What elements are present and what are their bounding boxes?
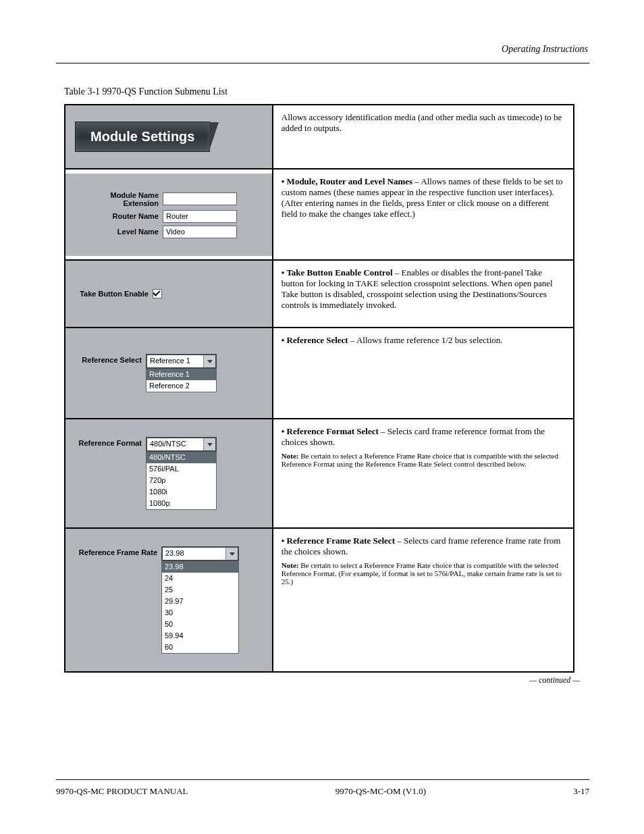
- reffmt-note: Note: Be certain to select a Reference F…: [281, 452, 565, 468]
- ref-select-option[interactable]: Reference 1: [146, 369, 216, 380]
- ref-format-option[interactable]: 576i/PAL: [146, 463, 216, 475]
- ref-rate-chevron[interactable]: [225, 548, 238, 560]
- settings-table: Module Settings Allows accessory identif…: [64, 104, 574, 673]
- take-enable-checkbox[interactable]: [153, 289, 162, 298]
- ref-format-option[interactable]: 720p: [146, 475, 216, 486]
- footer-rule: [56, 779, 589, 780]
- content-area: Table 3-1 9970-QS Function Submenu List …: [56, 81, 589, 685]
- ref-rate-option[interactable]: 24: [162, 573, 238, 584]
- names-title: Module, Router and Level Names: [287, 176, 412, 186]
- refsel-title: Reference Select: [287, 335, 348, 345]
- ref-format-dropdown[interactable]: 480i/NTSC 480i/NTSC 576i/PAL 720p 1080i …: [146, 437, 217, 510]
- ref-rate-option[interactable]: 59.94: [162, 630, 238, 642]
- level-name-label: Level Name: [75, 228, 163, 236]
- take-title: Take Button Enable Control: [286, 267, 392, 278]
- chevron-down-icon: [207, 360, 213, 363]
- router-name-input[interactable]: [163, 210, 237, 223]
- table-caption: Table 3-1 9970-QS Function Submenu List: [64, 86, 589, 97]
- ref-select-dropdown[interactable]: Reference 1 Reference 1 Reference 2: [146, 354, 217, 392]
- header-rule: [56, 63, 589, 63]
- footer-center: 9970-QS-MC-OM (V1.0): [336, 786, 426, 797]
- reffmt-title: Reference Format Select: [287, 426, 379, 436]
- module-name-ext-input[interactable]: [163, 192, 237, 205]
- ref-format-option[interactable]: 480i/NTSC: [146, 452, 216, 463]
- ref-rate-label: Reference Frame Rate: [75, 546, 161, 556]
- refrate-title: Reference Frame Rate Select: [287, 536, 395, 546]
- ref-format-list: 480i/NTSC 576i/PAL 720p 1080i 1080p: [146, 452, 217, 510]
- ref-rate-option[interactable]: 30: [162, 607, 238, 619]
- ref-format-value: 480i/NTSC: [147, 438, 203, 450]
- module-settings-banner: Module Settings: [75, 122, 210, 152]
- ref-rate-option[interactable]: 25: [162, 584, 238, 596]
- page-footer: 9970-QS-MC PRODUCT MANUAL 9970-QS-MC-OM …: [56, 786, 589, 797]
- refrate-note: Note: Be certain to select a Reference F…: [281, 561, 565, 585]
- chevron-down-icon: [207, 443, 213, 446]
- ref-rate-value: 23.98: [163, 548, 225, 560]
- banner-description: Allows accessory identification media (a…: [281, 112, 565, 134]
- ref-rate-option[interactable]: 29.97: [162, 596, 238, 607]
- router-name-label: Router Name: [75, 212, 163, 220]
- ref-rate-option[interactable]: 23.98: [162, 561, 238, 573]
- ref-format-chevron[interactable]: [203, 438, 215, 450]
- footer-left: 9970-QS-MC PRODUCT MANUAL: [56, 786, 188, 797]
- ref-select-list: Reference 1 Reference 2: [146, 369, 217, 392]
- ref-format-label: Reference Format: [75, 437, 146, 447]
- ref-format-option[interactable]: 1080i: [146, 486, 216, 498]
- ref-select-option[interactable]: Reference 2: [146, 380, 216, 392]
- ref-select-label: Reference Select: [75, 354, 146, 364]
- footer-right: 3-17: [573, 786, 589, 797]
- level-name-input[interactable]: [163, 226, 237, 238]
- chevron-down-icon: [230, 552, 235, 556]
- take-enable-label: Take Button Enable: [75, 290, 153, 298]
- ref-rate-dropdown[interactable]: 23.98 23.98 24 25 29.97 30 50 59.94: [161, 546, 239, 654]
- ref-select-chevron[interactable]: [203, 355, 215, 367]
- module-name-ext-label: Module Name Extension: [75, 191, 163, 207]
- refsel-body: Allows frame reference 1/2 bus selection…: [356, 335, 503, 345]
- ref-select-value: Reference 1: [147, 355, 203, 367]
- page-header-right: Operating Instructions: [502, 44, 588, 55]
- ref-format-option[interactable]: 1080p: [146, 498, 216, 509]
- continued-label: — continued —: [56, 675, 580, 685]
- ref-rate-option[interactable]: 50: [162, 619, 238, 630]
- ref-rate-option[interactable]: 60: [162, 642, 238, 653]
- ref-rate-list: 23.98 24 25 29.97 30 50 59.94 60: [161, 561, 239, 654]
